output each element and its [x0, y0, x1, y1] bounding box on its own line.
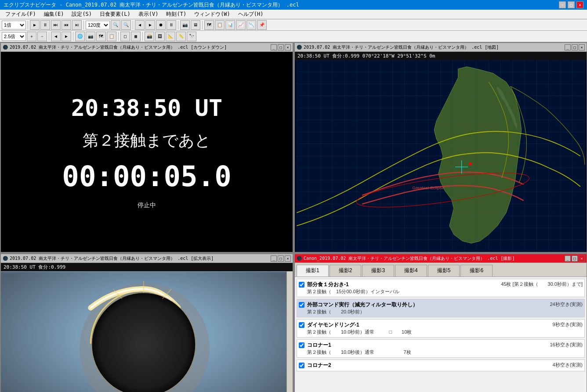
zoom-title-bar: 🌑 2019.07.02 南太平洋・チリ・アルゼンチン皆既日食（月縁あり・ビスマ… [1, 254, 293, 263]
tb-btn-11[interactable]: 🖥 [191, 20, 200, 30]
menu-window[interactable]: ウィンドウ(W) [191, 10, 234, 19]
tb2-btn-6[interactable]: 📋 [107, 32, 116, 41]
tb-btn-6[interactable]: ◀ [135, 20, 145, 30]
menu-bar: ファイル(F) 編集(E) 設定(S) 日食要素(L) 表示(V) 時刻(T) … [0, 10, 587, 19]
tb2-btn-2[interactable]: ▶ [62, 32, 71, 41]
tb2-btn-13[interactable]: 🔭 [187, 32, 196, 41]
toolbar-2: 2.5倍1倍2倍3倍4倍5倍 ＋ － ◀ ▶ 🌐 📷 🗺 📋 □ ▦ 📸 🖼 📐… [0, 31, 587, 42]
countdown-maximize[interactable]: □ [278, 44, 284, 50]
row5-checkbox[interactable] [299, 363, 304, 368]
zoom-window-icon: 🌑 [3, 256, 8, 261]
angle-select[interactable]: 120度0度30度60度90度 [86, 21, 110, 29]
tb-btn-7[interactable]: ▶ [145, 20, 155, 30]
tb-btn-4[interactable]: ⏮ [62, 20, 71, 30]
photo-row-3: ダイヤモンドリング-1 第２接触（ 10.0秒前）通常 □ 10枚 9秒空き(実… [297, 319, 585, 338]
tb-btn-9[interactable]: ⏸ [167, 20, 176, 30]
tb2-zoom-out[interactable]: － [37, 32, 47, 41]
photo-window-icon: 🌑 [297, 256, 302, 261]
tb-btn-17[interactable]: 📌 [257, 20, 267, 30]
menu-help[interactable]: ヘルプ(H) [235, 10, 267, 19]
row3-checkbox[interactable] [299, 322, 304, 328]
map-close[interactable]: × [579, 44, 585, 50]
tb-btn-14[interactable]: 📊 [225, 20, 235, 30]
map-minimize[interactable]: _ [565, 44, 571, 50]
zoom-scrollbar[interactable] [286, 271, 293, 392]
menu-file[interactable]: ファイル(F) [2, 10, 40, 19]
map-content[interactable]: Greatest Eclipse [295, 60, 587, 252]
tab-shoot-3[interactable]: 撮影3 [362, 265, 394, 277]
row1-detail: 第２接触（ 15分00.0秒前）インターバル [307, 288, 501, 295]
zoom-title-text: 2019.07.02 南太平洋・チリ・アルゼンチン皆既日食（月縁あり・ビスマンタ… [10, 255, 271, 262]
row4-checkbox[interactable] [299, 342, 304, 348]
tb-btn-1[interactable]: ▶ [30, 20, 40, 30]
photo-window: 🌑 Canon_2019.07.02 南太平洋・チリ・アルゼンチン皆既日食（月縁… [294, 253, 587, 392]
tb-btn-16[interactable]: 📉 [246, 20, 256, 30]
photo-title-bar: 🌑 Canon_2019.07.02 南太平洋・チリ・アルゼンチン皆既日食（月縁… [295, 254, 587, 263]
tab-shoot-4[interactable]: 撮影4 [395, 265, 427, 277]
tb2-btn-4[interactable]: 📷 [86, 32, 95, 41]
tb-btn-2[interactable]: ⏸ [40, 20, 50, 30]
zoom-close[interactable]: × [285, 255, 291, 262]
toolbar2-separator-3 [118, 32, 119, 41]
tb2-btn-11[interactable]: 📐 [166, 32, 175, 41]
map-title-bar: 🌑 2019.07.02 南太平洋・チリ・アルゼンチン皆既日食（月縁あり・ビスマ… [295, 43, 587, 52]
photo-close[interactable]: × [579, 255, 585, 262]
countdown-window: 🌑 2019.07.02 南太平洋・チリ・アルゼンチン皆既日食（月縁あり・ビスマ… [0, 42, 294, 253]
countdown-minimize[interactable]: _ [271, 44, 277, 50]
zoom-select-1[interactable]: 1倍0.5倍2倍4倍 [2, 21, 26, 29]
toolbar-separator-2 [83, 21, 84, 29]
tb2-btn-5[interactable]: 🗺 [96, 32, 106, 41]
menu-settings[interactable]: 設定(S) [68, 10, 95, 19]
tab-shoot-6[interactable]: 撮影6 [460, 265, 493, 277]
tb-zoom-out[interactable]: 🔍 [121, 20, 131, 30]
minimize-button[interactable]: － [559, 1, 566, 8]
tb2-btn-3[interactable]: 🌐 [75, 32, 85, 41]
title-bar-controls: － □ × [559, 1, 583, 8]
map-window-icon: 🌑 [297, 45, 302, 50]
tb-btn-15[interactable]: 📈 [236, 20, 246, 30]
photo-controls: _ □ × [565, 255, 585, 262]
tab-shoot-2[interactable]: 撮影2 [330, 265, 362, 277]
menu-view[interactable]: 表示(V) [135, 10, 162, 19]
tb2-btn-12[interactable]: 📏 [176, 32, 186, 41]
tab-shoot-1[interactable]: 撮影1 [297, 265, 329, 277]
tab-shoot-5[interactable]: 撮影5 [428, 265, 460, 277]
tb2-btn-7[interactable]: □ [120, 32, 130, 41]
row2-detail: 第２接触（ 20.0秒前） [307, 309, 550, 315]
map-svg: Greatest Eclipse [295, 60, 587, 252]
photo-row-2: 外部コマンド実行（減光フィルター取り外し） 第２接触（ 20.0秒前） 24秒空… [297, 299, 585, 317]
tb2-btn-10[interactable]: 🖼 [155, 32, 165, 41]
tb2-zoom-in[interactable]: ＋ [27, 32, 36, 41]
map-maximize[interactable]: □ [572, 44, 578, 50]
tb2-btn-9[interactable]: 📸 [145, 32, 154, 41]
menu-edit[interactable]: 編集(E) [40, 10, 68, 19]
tb2-btn-1[interactable]: ◀ [51, 32, 61, 41]
tb-btn-10[interactable]: 📷 [180, 20, 190, 30]
tb-btn-12[interactable]: 🗺 [204, 20, 214, 30]
menu-eclipse[interactable]: 日食要素(L) [96, 10, 134, 19]
toolbar2-separator-4 [142, 32, 143, 41]
countdown-close[interactable]: × [285, 44, 291, 50]
zoom-select-2[interactable]: 2.5倍1倍2倍3倍4倍5倍 [2, 32, 26, 41]
row2-checkbox[interactable] [299, 302, 304, 308]
tb-btn-5[interactable]: ⏯ [72, 20, 82, 30]
tb-btn-13[interactable]: 📋 [215, 20, 225, 30]
row5-right: 4秒空き(実測) [553, 362, 583, 368]
photo-title-text: Canon_2019.07.02 南太平洋・チリ・アルゼンチン皆既日食（月縁あり… [304, 255, 565, 262]
zoom-svg [1, 271, 293, 392]
zoom-minimize[interactable]: _ [271, 255, 277, 262]
zoom-maximize[interactable]: □ [278, 255, 284, 262]
maximize-button[interactable]: □ [568, 1, 575, 8]
zoom-content[interactable] [1, 271, 293, 392]
menu-time[interactable]: 時刻(T) [163, 10, 190, 19]
zoom-info-bar: 20:38:50 UT 食分:0.999 [1, 263, 293, 271]
row1-checkbox[interactable] [299, 282, 304, 288]
photo-minimize[interactable]: _ [565, 255, 571, 262]
tb-btn-3[interactable]: ⏭ [51, 20, 61, 30]
row2-content: 外部コマンド実行（減光フィルター取り外し） 第２接触（ 20.0秒前） [307, 301, 550, 315]
close-button[interactable]: × [576, 1, 583, 8]
tb-zoom-in[interactable]: 🔍 [111, 20, 120, 30]
tb2-btn-8[interactable]: ▦ [131, 32, 141, 41]
tb-btn-8[interactable]: ⏺ [156, 20, 166, 30]
photo-maximize[interactable]: □ [572, 255, 578, 262]
